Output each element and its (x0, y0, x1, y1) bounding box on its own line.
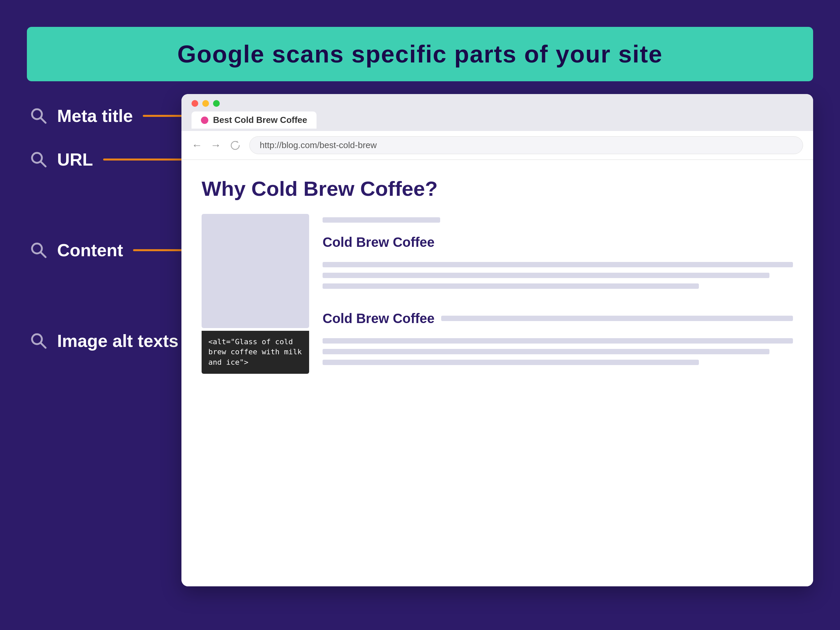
content-line-7 (322, 360, 699, 365)
search-icon-url (27, 148, 51, 171)
browser-topbar: Best Cold Brew Coffee (182, 94, 813, 131)
heading-line-after (441, 316, 793, 321)
content-line-4 (322, 284, 699, 289)
search-icon-image-alt (27, 329, 51, 353)
tab-favicon (201, 117, 208, 124)
label-image-alt: Image alt texts (27, 329, 195, 353)
label-content: Content (27, 238, 195, 262)
browser-page-content: Why Cold Brew Coffee? <alt="Glass of col… (182, 160, 813, 586)
label-meta-title-text: Meta title (57, 106, 133, 126)
content-grid: <alt="Glass of cold brew coffee with mil… (202, 214, 793, 370)
browser-refresh-button[interactable] (229, 139, 241, 151)
browser-url-bar[interactable]: http://blog.com/best-cold-brew (249, 136, 803, 154)
browser-back-button[interactable]: ← (191, 139, 202, 151)
content-heading-2-wrap: Cold Brew Coffee (322, 304, 793, 332)
browser-dot-yellow[interactable] (202, 100, 209, 107)
svg-line-7 (41, 343, 46, 348)
content-line-2 (322, 262, 793, 267)
svg-line-3 (41, 162, 46, 167)
label-text-wrap-url: URL (57, 150, 195, 170)
content-heading-1: Cold Brew Coffee (322, 235, 434, 250)
label-text-wrap-content: Content (57, 240, 195, 260)
content-line-5 (322, 338, 793, 343)
browser-mockup: Best Cold Brew Coffee ← → http://blog.co… (182, 94, 813, 586)
label-image-alt-text: Image alt texts (57, 331, 178, 351)
content-right: Cold Brew Coffee Cold Brew Coffee (322, 214, 793, 370)
image-placeholder: <alt="Glass of cold brew coffee with mil… (202, 214, 309, 370)
browser-navbar: ← → http://blog.com/best-cold-brew (182, 131, 813, 160)
svg-line-1 (41, 118, 46, 123)
browser-tab-active[interactable]: Best Cold Brew Coffee (191, 112, 316, 129)
alt-text-overlay: <alt="Glass of cold brew coffee with mil… (202, 331, 309, 374)
header-banner: Google scans specific parts of your site (27, 27, 813, 81)
content-line-3 (322, 273, 769, 278)
image-box (202, 214, 309, 328)
content-line-1 (322, 217, 440, 223)
label-content-text: Content (57, 240, 123, 260)
page-heading: Why Cold Brew Coffee? (202, 176, 793, 200)
header-title: Google scans specific parts of your site (47, 40, 793, 68)
browser-dot-green[interactable] (213, 100, 220, 107)
content-heading-1-wrap: Cold Brew Coffee (322, 228, 793, 256)
label-text-wrap-meta-title: Meta title (57, 106, 195, 126)
browser-dot-red[interactable] (191, 100, 198, 107)
browser-controls (191, 100, 803, 107)
browser-tab-label: Best Cold Brew Coffee (213, 115, 307, 125)
label-url: URL (27, 148, 195, 171)
label-url-text: URL (57, 150, 93, 170)
search-icon-content (27, 238, 51, 262)
content-line-6 (322, 349, 769, 354)
content-heading-2: Cold Brew Coffee (322, 311, 434, 326)
label-meta-title: Meta title (27, 104, 195, 128)
svg-line-5 (41, 252, 46, 257)
labels-section: Meta title URL Content (27, 104, 195, 353)
search-icon-meta-title (27, 104, 51, 128)
browser-tabs: Best Cold Brew Coffee (191, 112, 803, 129)
browser-forward-button[interactable]: → (210, 139, 221, 151)
